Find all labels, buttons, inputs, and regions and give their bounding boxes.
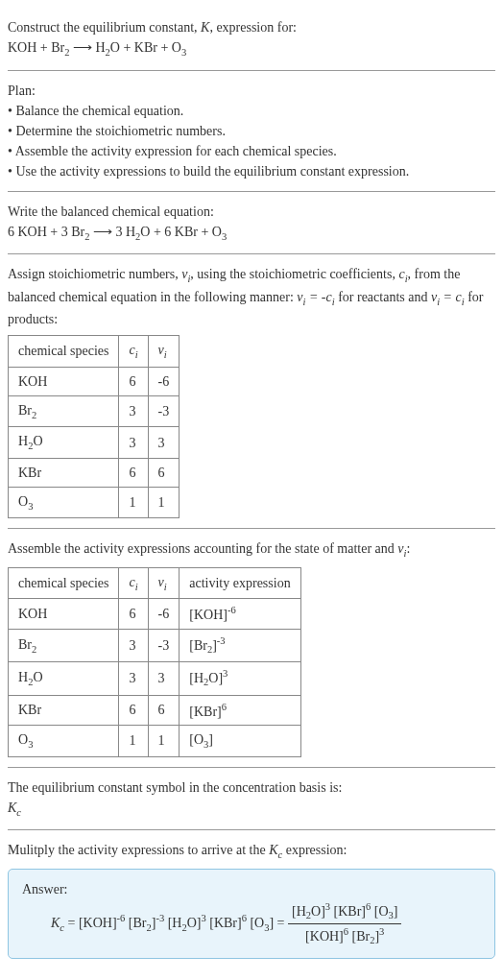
prompt-text: Construct the equilibrium constant, — [8, 20, 201, 35]
balanced-title: Write the balanced chemical equation: — [8, 202, 495, 222]
table-row: KBr66 — [9, 458, 180, 487]
col-activity: activity expression — [180, 567, 300, 599]
table-row: KOH6-6 — [9, 367, 180, 395]
table-row: O311[O3] — [9, 726, 301, 757]
cell: [KOH]-6 — [180, 599, 300, 630]
unbalanced-equation: KOH + Br2 ⟶ H2O + KBr + O3 — [8, 37, 495, 60]
final-text: Mulitply the activity expressions to arr… — [8, 840, 495, 863]
cell: -6 — [148, 367, 180, 395]
col-nu: νi — [148, 336, 180, 368]
activity-text: Assemble the activity expressions accoun… — [8, 538, 495, 562]
table-row: KBr66[KBr]6 — [9, 695, 301, 726]
table-row: Br23-3 — [9, 395, 180, 427]
cell: 3 — [148, 427, 180, 459]
table-header-row: chemical species ci νi activity expressi… — [9, 567, 301, 599]
table-header-row: chemical species ci νi — [9, 336, 180, 368]
table-row: KOH6-6[KOH]-6 — [9, 599, 301, 630]
col-species: chemical species — [9, 567, 119, 599]
cell: O3 — [9, 487, 119, 518]
fraction: [H2O]3 [KBr]6 [O3] [KOH]6 [Br2]3 — [288, 899, 401, 948]
col-species: chemical species — [9, 336, 119, 368]
cell: 6 — [148, 695, 180, 726]
cell: O3 — [9, 726, 119, 757]
nu-symbol: νi — [181, 267, 190, 281]
cell: 3 — [119, 630, 148, 662]
plan-bullet: • Determine the stoichiometric numbers. — [8, 121, 495, 141]
cell: 3 — [119, 395, 148, 427]
plan-bullet: • Use the activity expressions to build … — [8, 161, 495, 181]
cell: 3 — [119, 662, 148, 695]
col-ci: ci — [119, 567, 148, 599]
stoich-text: Assign stoichiometric numbers, νi, using… — [8, 264, 495, 329]
cell: H2O — [9, 662, 119, 695]
cell: KBr — [9, 695, 119, 726]
cell: KOH — [9, 367, 119, 395]
numerator: [H2O]3 [KBr]6 [O3] — [288, 899, 401, 924]
cell: 6 — [119, 458, 148, 487]
cell: 1 — [119, 726, 148, 757]
text: for reactants and — [335, 290, 431, 304]
stoich-section: Assign stoichiometric numbers, νi, using… — [8, 254, 495, 529]
cell: 1 — [148, 726, 180, 757]
cell: Br2 — [9, 630, 119, 662]
text: : — [406, 541, 410, 556]
cell: [Br2]-3 — [180, 630, 300, 662]
header-section: Construct the equilibrium constant, K, e… — [8, 8, 495, 71]
activity-section: Assemble the activity expressions accoun… — [8, 529, 495, 767]
plan-bullet: • Balance the chemical equation. — [8, 101, 495, 121]
text: Mulitply the activity expressions to arr… — [8, 843, 269, 857]
balanced-equation: 6 KOH + 3 Br2 ⟶ 3 H2O + 6 KBr + O3 — [8, 222, 495, 245]
kc-expression: Kc = [KOH]-6 [Br2]-3 [H2O]3 [KBr]6 [O3] … — [22, 899, 481, 948]
cell: KOH — [9, 599, 119, 630]
cell: 3 — [119, 427, 148, 459]
text: Assemble the activity expressions accoun… — [8, 541, 397, 556]
col-ci: ci — [119, 336, 148, 368]
symbol-text: The equilibrium constant symbol in the c… — [8, 777, 495, 798]
text: , using the stoichiometric coefficients, — [190, 267, 398, 281]
text: Assign stoichiometric numbers, — [8, 267, 181, 281]
ci-symbol: ci — [398, 267, 407, 281]
answer-label: Answer: — [22, 879, 481, 899]
plan-bullet: • Assemble the activity expression for e… — [8, 141, 495, 161]
text: expression: — [282, 843, 347, 857]
table-row: O311 — [9, 487, 180, 518]
cell: [KBr]6 — [180, 695, 300, 726]
cell: 6 — [119, 695, 148, 726]
cell: 1 — [148, 487, 180, 518]
plan-title: Plan: — [8, 81, 495, 101]
cell: [O3] — [180, 726, 300, 757]
rel2: νi = ci — [431, 290, 465, 304]
table-row: H2O33 — [9, 427, 180, 459]
cell: 6 — [119, 599, 148, 630]
cell: 3 — [148, 662, 180, 695]
col-nu: νi — [148, 567, 180, 599]
plan-section: Plan: • Balance the chemical equation. •… — [8, 71, 495, 192]
k-symbol: K — [201, 20, 209, 35]
symbol-section: The equilibrium constant symbol in the c… — [8, 768, 495, 831]
prompt-text-b: , expression for: — [209, 20, 297, 35]
rel1: νi = -ci — [297, 290, 334, 304]
answer-box: Answer: Kc = [KOH]-6 [Br2]-3 [H2O]3 [KBr… — [8, 869, 495, 959]
cell: 1 — [119, 487, 148, 518]
cell: H2O — [9, 427, 119, 459]
cell: 6 — [148, 458, 180, 487]
cell: Br2 — [9, 395, 119, 427]
prompt-line1: Construct the equilibrium constant, K, e… — [8, 17, 495, 37]
kc-symbol: Kc — [269, 843, 282, 857]
balanced-section: Write the balanced chemical equation: 6 … — [8, 192, 495, 255]
cell: -6 — [148, 599, 180, 630]
denominator: [KOH]6 [Br2]3 — [288, 924, 401, 948]
cell: 6 — [119, 367, 148, 395]
table-row: Br23-3[Br2]-3 — [9, 630, 301, 662]
cell: -3 — [148, 395, 180, 427]
kc-symbol: Kc — [8, 798, 495, 821]
cell: [H2O]3 — [180, 662, 300, 695]
cell: -3 — [148, 630, 180, 662]
table-row: H2O33[H2O]3 — [9, 662, 301, 695]
final-section: Mulitply the activity expressions to arr… — [8, 830, 495, 968]
activity-table: chemical species ci νi activity expressi… — [8, 567, 301, 757]
cell: KBr — [9, 458, 119, 487]
stoich-table: chemical species ci νi KOH6-6 Br23-3 H2O… — [8, 335, 180, 518]
